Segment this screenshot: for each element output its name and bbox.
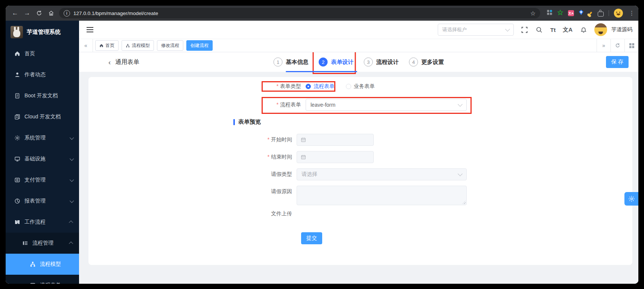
- leave-type-row: 请假类型 请选择: [88, 168, 632, 180]
- fullscreen-icon[interactable]: [521, 26, 528, 33]
- tag-home[interactable]: 首页: [95, 40, 119, 51]
- user-avatar[interactable]: [594, 23, 607, 36]
- sidebar-item-infra[interactable]: 基础设施: [6, 148, 79, 169]
- sidebar-item-process-management[interactable]: 流程管理: [6, 233, 79, 254]
- app-root: 芋道管理系统 首页 作者动态 Boot 开发文档: [6, 21, 638, 284]
- extension-broom-icon[interactable]: [589, 11, 592, 15]
- radio-unselected-icon: [346, 84, 351, 89]
- sidebar-item-report[interactable]: 报表管理: [6, 191, 79, 212]
- start-time-row: *开始时间: [88, 134, 632, 146]
- leave-type-placeholder: 请选择: [301, 171, 317, 178]
- forward-icon[interactable]: →: [21, 8, 33, 19]
- toolbar-divider: [609, 10, 609, 16]
- app-header: 请选择租户 Tt 文A 芋道源码: [79, 21, 638, 39]
- section-accent-bar: [233, 119, 235, 125]
- site-info-icon[interactable]: [64, 10, 70, 17]
- gear-icon: [14, 135, 20, 141]
- theme-settings-button[interactable]: [624, 192, 638, 206]
- start-time-label: *开始时间: [88, 136, 297, 143]
- chevron-up-icon: [69, 242, 73, 246]
- model-icon: [30, 261, 36, 267]
- save-button[interactable]: 保 存: [606, 56, 629, 68]
- url-text[interactable]: 127.0.0.1/bpm/manager/model/create: [73, 11, 158, 16]
- gear-icon: [628, 195, 635, 202]
- documents-icon: [14, 114, 20, 120]
- end-time-input[interactable]: [297, 151, 374, 163]
- end-time-label: *结束时间: [88, 154, 297, 160]
- reason-textarea[interactable]: [297, 186, 467, 205]
- header-tools: 请选择租户 Tt 文A 芋道源码: [438, 23, 632, 36]
- main-area: 请选择租户 Tt 文A 芋道源码 «: [79, 21, 638, 284]
- calendar-icon: [301, 154, 306, 160]
- start-time-input[interactable]: [297, 134, 374, 146]
- reason-label: 请假原因: [88, 186, 297, 195]
- extension-star-icon[interactable]: [557, 10, 563, 17]
- sidebar-item-process-model[interactable]: 流程模型: [6, 254, 79, 275]
- browser-window: ← → 127.0.0.1/bpm/manager/model/create ☆: [6, 6, 638, 284]
- sidebar-item-boot-docs[interactable]: Boot 开发文档: [6, 85, 79, 106]
- process-form-value: leave-form: [311, 102, 335, 108]
- extension-blocks-icon[interactable]: [547, 10, 553, 17]
- tag-edit-process[interactable]: 修改流程: [157, 40, 183, 51]
- font-size-icon[interactable]: Tt: [550, 27, 556, 33]
- sidebar-item-workflow[interactable]: 工作流程: [6, 212, 79, 233]
- tags-scroll-right-icon[interactable]: »: [597, 39, 611, 52]
- sidebar-item-home[interactable]: 首页: [6, 43, 79, 64]
- required-asterisk: *: [277, 101, 279, 107]
- extensions-puzzle-icon[interactable]: [598, 12, 604, 17]
- home-icon[interactable]: [46, 8, 57, 19]
- sidebar-menu: 首页 作者动态 Boot 开发文档 Cloud 开发文档: [6, 43, 79, 284]
- leave-type-label: 请假类型: [88, 171, 297, 178]
- sidebar-item-system[interactable]: 系统管理: [6, 127, 79, 148]
- chevron-down-icon: [505, 27, 510, 32]
- form-card: *表单类型 流程表单 业务表单: [88, 77, 632, 265]
- address-bar[interactable]: 127.0.0.1/bpm/manager/model/create ☆: [59, 8, 540, 18]
- form-type-label: *表单类型: [88, 83, 306, 90]
- step-more-settings[interactable]: 4 更多设置: [409, 57, 444, 67]
- radio-business-form[interactable]: 业务表单: [346, 83, 375, 90]
- tenant-select[interactable]: 请选择租户: [438, 24, 514, 36]
- process-form-row: *流程表单 leave-form: [88, 99, 632, 111]
- back-icon[interactable]: ←: [9, 8, 21, 19]
- tag-create-process[interactable]: 创建流程: [186, 40, 213, 51]
- home-icon: [14, 51, 20, 57]
- search-icon[interactable]: [536, 26, 543, 33]
- radio-process-form[interactable]: 流程表单: [306, 83, 335, 90]
- monitor-icon: [14, 156, 20, 162]
- sidebar-item-cloud-docs[interactable]: Cloud 开发文档: [6, 106, 79, 127]
- username[interactable]: 芋道源码: [611, 26, 632, 33]
- tags-scroll-left-icon[interactable]: «: [79, 39, 93, 52]
- step-form-design[interactable]: 2 表单设计: [319, 57, 354, 67]
- required-asterisk: *: [277, 83, 279, 89]
- hamburger-icon[interactable]: [87, 29, 93, 30]
- sidebar-item-process-form[interactable]: 流程表单: [6, 275, 79, 284]
- tags-refresh-icon[interactable]: [611, 39, 624, 52]
- sidebar-item-payment[interactable]: 支付管理: [6, 169, 79, 191]
- bell-icon[interactable]: [580, 26, 587, 33]
- sidebar-logo-row[interactable]: 芋道管理系统: [6, 21, 79, 43]
- back-nav[interactable]: ‹ 通用表单: [108, 58, 139, 66]
- reload-icon[interactable]: [33, 8, 45, 19]
- extension-translate-icon[interactable]: 文A: [568, 10, 574, 16]
- browser-toolbar: ← → 127.0.0.1/bpm/manager/model/create ☆: [6, 6, 638, 21]
- step-basic-info[interactable]: 1 基本信息: [274, 57, 309, 67]
- bookmark-star-icon[interactable]: ☆: [530, 10, 536, 17]
- locale-icon[interactable]: 文A: [563, 26, 572, 33]
- tags-view-bar: « 首页 流程模型 修改流程 创建流程: [79, 39, 638, 52]
- tag-process-model[interactable]: 流程模型: [122, 40, 154, 51]
- leave-type-select[interactable]: 请选择: [297, 168, 467, 180]
- submit-button[interactable]: 提交: [301, 232, 322, 244]
- chevron-down-icon: [458, 102, 463, 107]
- browser-profile-avatar[interactable]: [614, 9, 623, 18]
- extension-gem-icon[interactable]: [579, 10, 583, 17]
- process-form-select[interactable]: leave-form: [306, 99, 467, 111]
- form-type-row: *表单类型 流程表单 业务表单: [88, 83, 632, 90]
- page-title: 通用表单: [115, 58, 139, 66]
- active-tab-underline: [286, 71, 357, 72]
- browser-menu-icon[interactable]: ⋮: [629, 10, 635, 17]
- sidebar-item-author[interactable]: 作者动态: [6, 64, 79, 85]
- step-process-design[interactable]: 3 流程设计: [364, 57, 399, 67]
- extension-icons: 文A: [547, 9, 623, 18]
- end-time-row: *结束时间: [88, 151, 632, 163]
- tags-layout-icon[interactable]: [624, 39, 638, 52]
